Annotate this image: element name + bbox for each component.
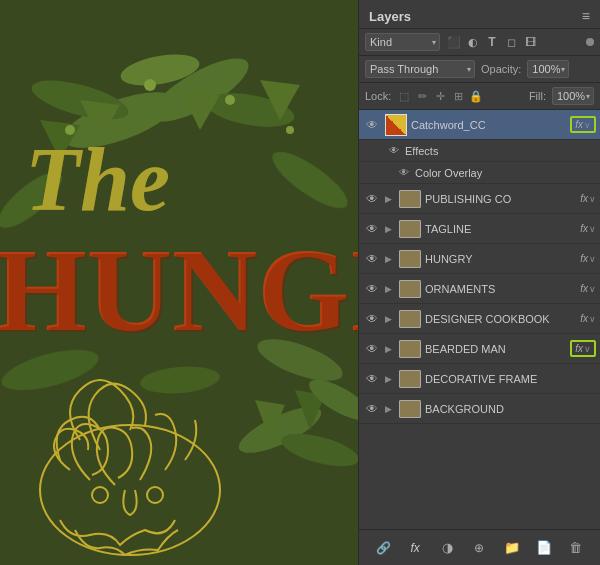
eye-icon-hungry[interactable]: 👁: [363, 250, 381, 268]
layer-fx-hungry[interactable]: fx ∨: [580, 253, 596, 264]
layer-name-tagline: TAGLINE: [425, 223, 578, 235]
lock-brush-icon[interactable]: ✏: [415, 90, 429, 103]
mask-icon[interactable]: ⊕: [468, 541, 490, 555]
layer-bearded-man[interactable]: 👁 ▶ BEARDED MAN fx ∨: [359, 334, 600, 364]
blend-mode-select[interactable]: Pass Through Normal Multiply Screen: [365, 60, 475, 78]
expand-publishing[interactable]: ▶: [381, 192, 395, 206]
kind-row: Kind ▾ ⬛ ◐ T ◻ 🎞: [359, 29, 600, 56]
lock-all-icon[interactable]: 🔒: [469, 90, 483, 103]
layer-catchword-cc[interactable]: 👁 Catchword_CC fx ∨: [359, 110, 600, 140]
lock-label: Lock:: [365, 90, 391, 102]
svg-point-15: [286, 126, 294, 134]
layer-fx-catchword[interactable]: fx ∨: [570, 116, 596, 133]
eye-icon-background[interactable]: 👁: [363, 400, 381, 418]
expand-background[interactable]: ▶: [381, 402, 395, 416]
expand-ornaments[interactable]: ▶: [381, 282, 395, 296]
fill-wrapper: ▾: [552, 87, 594, 105]
fx-label-tagline: fx: [580, 223, 588, 234]
lock-artboard-icon[interactable]: ⊞: [451, 90, 465, 103]
layer-name-bearded: BEARDED MAN: [425, 343, 568, 355]
panel-toolbar: 🔗 fx ◑ ⊕ 📁 📄 🗑: [359, 529, 600, 565]
kind-select[interactable]: Kind: [365, 33, 440, 51]
fx-label-bearded: fx: [575, 343, 583, 354]
opacity-input[interactable]: [527, 60, 569, 78]
adjustment-filter-icon[interactable]: ◐: [465, 36, 481, 49]
lock-row: Lock: ⬚ ✏ ✛ ⊞ 🔒 Fill: ▾: [359, 83, 600, 110]
expand-hungry[interactable]: ▶: [381, 252, 395, 266]
layer-name-decorative: DECORATIVE FRAME: [425, 373, 596, 385]
kind-icons: ⬛ ◐ T ◻ 🎞: [446, 35, 538, 49]
delete-icon[interactable]: 🗑: [565, 540, 587, 555]
lock-icons: ⬚ ✏ ✛ ⊞ 🔒: [397, 90, 483, 103]
thumb-catchword: [385, 114, 407, 136]
layer-ornaments[interactable]: 👁 ▶ ORNAMENTS fx ∨: [359, 274, 600, 304]
layer-effects: 👁 Effects: [359, 140, 600, 162]
pass-through-row: Pass Through Normal Multiply Screen ▾ Op…: [359, 56, 600, 83]
eye-icon-ornaments[interactable]: 👁: [363, 280, 381, 298]
layer-fx-designer[interactable]: fx ∨: [580, 313, 596, 324]
layer-publishing-co[interactable]: 👁 ▶ PUBLISHING CO fx ∨: [359, 184, 600, 214]
lock-checkerboard-icon[interactable]: ⬚: [397, 90, 411, 103]
expand-bearded[interactable]: ▶: [381, 342, 395, 356]
lock-move-icon[interactable]: ✛: [433, 90, 447, 103]
panel-title: Layers: [369, 9, 411, 24]
eye-icon-designer[interactable]: 👁: [363, 310, 381, 328]
thumb-decorative: [399, 370, 421, 388]
eye-icon-effects[interactable]: 👁: [387, 142, 401, 160]
pixel-filter-icon[interactable]: ⬛: [446, 36, 462, 49]
thumb-background: [399, 400, 421, 418]
expand-decorative[interactable]: ▶: [381, 372, 395, 386]
opacity-wrapper: ▾: [527, 60, 569, 78]
opacity-label: Opacity:: [481, 63, 521, 75]
shape-filter-icon[interactable]: ◻: [503, 36, 519, 49]
layer-name-hungry: HUNGRY: [425, 253, 578, 265]
fx-label-publishing: fx: [580, 193, 588, 204]
layer-name-ornaments: ORNAMENTS: [425, 283, 578, 295]
panel-menu-icon[interactable]: ≡: [582, 8, 590, 24]
eye-icon-color-overlay[interactable]: 👁: [397, 164, 411, 182]
layers-panel: Layers ≡ Kind ▾ ⬛ ◐ T ◻ 🎞: [358, 0, 600, 565]
eye-icon-bearded[interactable]: 👁: [363, 340, 381, 358]
eye-icon-catchword[interactable]: 👁: [363, 116, 381, 134]
thumb-tagline: [399, 220, 421, 238]
layer-name-publishing: PUBLISHING CO: [425, 193, 578, 205]
expand-designer[interactable]: ▶: [381, 312, 395, 326]
fx-label-hungry: fx: [580, 253, 588, 264]
fx-label-catchword: fx: [575, 119, 583, 130]
layers-list: 👁 Catchword_CC fx ∨ 👁 Effects 👁 Color Ov…: [359, 110, 600, 529]
color-overlay-label: Color Overlay: [411, 167, 596, 179]
layer-designer-cookbook[interactable]: 👁 ▶ DESIGNER COOKBOOK fx ∨: [359, 304, 600, 334]
new-layer-icon[interactable]: 📄: [533, 540, 555, 555]
fx-chevron-ornaments: ∨: [589, 284, 596, 294]
thumb-publishing: [399, 190, 421, 208]
fill-label: Fill:: [529, 90, 546, 102]
layer-fx-tagline[interactable]: fx ∨: [580, 223, 596, 234]
eye-icon-publishing[interactable]: 👁: [363, 190, 381, 208]
fx-chevron-publishing: ∨: [589, 194, 596, 204]
layer-hungry[interactable]: 👁 ▶ HUNGRY fx ∨: [359, 244, 600, 274]
type-filter-icon[interactable]: T: [484, 35, 500, 49]
eye-icon-decorative[interactable]: 👁: [363, 370, 381, 388]
layer-background[interactable]: 👁 ▶ BACKGROUND: [359, 394, 600, 424]
svg-point-12: [144, 79, 156, 91]
fill-input[interactable]: [552, 87, 594, 105]
layer-fx-publishing[interactable]: fx ∨: [580, 193, 596, 204]
eye-icon-tagline[interactable]: 👁: [363, 220, 381, 238]
layer-fx-bearded[interactable]: fx ∨: [570, 340, 596, 357]
fx-button[interactable]: fx: [404, 541, 426, 555]
smart-filter-icon[interactable]: 🎞: [522, 36, 538, 48]
layer-fx-ornaments[interactable]: fx ∨: [580, 283, 596, 294]
layer-tagline[interactable]: 👁 ▶ TAGLINE fx ∨: [359, 214, 600, 244]
effects-label: Effects: [401, 145, 596, 157]
layer-decorative-frame[interactable]: 👁 ▶ DECORATIVE FRAME: [359, 364, 600, 394]
folder-icon[interactable]: 📁: [501, 540, 523, 555]
svg-point-13: [225, 95, 235, 105]
link-icon[interactable]: 🔗: [372, 541, 394, 555]
expand-tagline[interactable]: ▶: [381, 222, 395, 236]
thumb-hungry: [399, 250, 421, 268]
thumb-ornaments: [399, 280, 421, 298]
adjustment-icon[interactable]: ◑: [436, 540, 458, 555]
layer-name-designer: DESIGNER COOKBOOK: [425, 313, 578, 325]
svg-text:The: The: [25, 130, 170, 229]
fx-chevron-tagline: ∨: [589, 224, 596, 234]
